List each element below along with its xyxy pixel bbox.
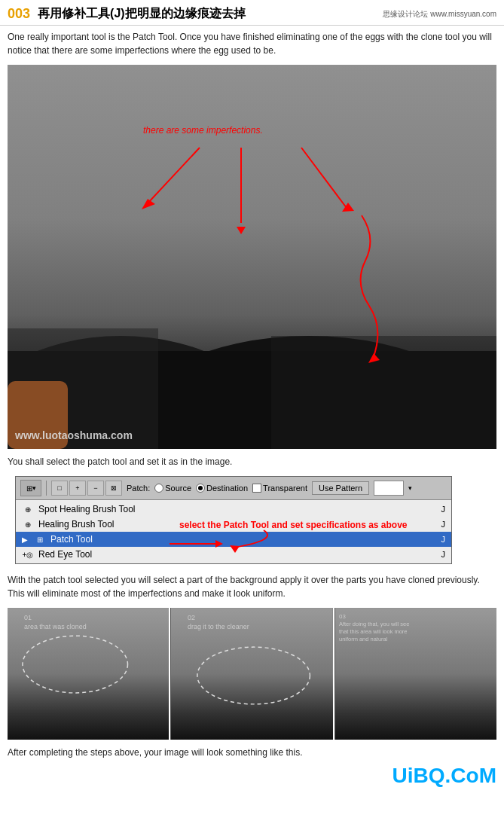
footer-text: After completing the steps above, your i… xyxy=(0,743,504,762)
patch-tool-item[interactable]: ▶ ⊞ Patch Tool J xyxy=(16,532,451,547)
icon-group: □ + − ⊠ xyxy=(51,481,122,496)
main-photo: there are some imperfections. www.luotao… xyxy=(8,65,496,449)
site-logo: 思缘设计论坛 www.missyuan.com xyxy=(383,9,496,20)
selection-marker: ▶ xyxy=(22,536,28,544)
svg-text:that this area will look more: that this area will look more xyxy=(339,628,408,635)
healing-brush-label: Healing Brush Tool xyxy=(38,519,115,529)
destination-label: Destination xyxy=(206,484,248,493)
pattern-swatch xyxy=(374,481,404,496)
patch-label: Patch: xyxy=(127,484,150,493)
svg-line-11 xyxy=(301,148,347,208)
svg-text:drag it to the cleaner: drag it to the cleaner xyxy=(188,623,249,630)
source-label: Source xyxy=(165,484,191,493)
watermark: www.luotaoshuma.com xyxy=(15,429,133,441)
tool-list: ⊕ Spot Healing Brush Tool J ⊕ Healing Br… xyxy=(16,500,451,563)
svg-marker-13 xyxy=(368,353,380,363)
svg-text:03: 03 xyxy=(339,613,346,620)
dropdown-arrow-icon[interactable]: ▾ xyxy=(32,484,36,492)
tool-panel-wrapper: ⊞ ▾ □ + − ⊠ Patch: Source xyxy=(8,476,444,564)
svg-text:area that was cloned: area that was cloned xyxy=(24,623,87,630)
btn-new[interactable]: □ xyxy=(51,481,68,496)
healing-brush-tool-item[interactable]: ⊕ Healing Brush Tool J xyxy=(16,517,451,532)
pattern-dropdown-icon[interactable]: ▾ xyxy=(408,484,412,492)
btn-subtract[interactable]: − xyxy=(87,481,104,496)
use-pattern-button[interactable]: Use Pattern xyxy=(312,481,369,495)
caption-text: You shall select the patch tool and set … xyxy=(0,452,504,472)
patch-tool-icon: ⊞ xyxy=(34,533,46,545)
btn-add[interactable]: + xyxy=(69,481,86,496)
tool-options-bar: ⊞ ▾ □ + − ⊠ Patch: Source xyxy=(16,477,451,500)
red-eye-icon: +◎ xyxy=(22,548,34,560)
source-radio-dot[interactable] xyxy=(154,484,163,493)
step-01-svg: 01 area that was cloned xyxy=(8,608,169,740)
bottom-watermark: UiBQ.CoM xyxy=(0,762,504,791)
svg-marker-10 xyxy=(237,227,246,234)
step-02-svg: 02 drag it to the cleaner xyxy=(171,608,332,740)
svg-marker-8 xyxy=(142,199,155,209)
svg-text:After doing that, you will see: After doing that, you will see xyxy=(339,621,409,627)
btn-intersect[interactable]: ⊠ xyxy=(105,481,122,496)
step-03-image: 03 After doing that, you will see that t… xyxy=(335,608,496,740)
step-number: 003 xyxy=(8,6,30,22)
healing-brush-icon: ⊕ xyxy=(22,518,34,530)
patch-tool-label: Patch Tool xyxy=(50,534,93,545)
destination-radio-dot[interactable] xyxy=(196,484,205,493)
svg-text:01: 01 xyxy=(24,614,32,621)
transparent-checkbox[interactable]: Transparent xyxy=(252,484,307,493)
step-01-image: 01 area that was cloned xyxy=(8,608,170,740)
svg-text:02: 02 xyxy=(188,614,195,621)
red-eye-tool-item[interactable]: +◎ Red Eye Tool J xyxy=(16,547,451,562)
transparent-checkbox-box[interactable] xyxy=(252,484,261,493)
healing-brush-shortcut: J xyxy=(441,520,446,529)
page-container: 003 再用修补工具(J)把明显的边缘痕迹去掉 思缘设计论坛 www.missy… xyxy=(0,0,504,791)
red-eye-label: Red Eye Tool xyxy=(38,549,92,560)
header: 003 再用修补工具(J)把明显的边缘痕迹去掉 思缘设计论坛 www.missy… xyxy=(0,0,504,26)
svg-line-7 xyxy=(147,148,200,204)
patch-tool-description: With the patch tool selected you will se… xyxy=(0,569,504,605)
annotation-arrows xyxy=(8,65,496,449)
tool-icon[interactable]: ⊞ ▾ xyxy=(20,480,41,496)
patch-tool-shortcut: J xyxy=(441,535,446,544)
spot-healing-brush-tool-item[interactable]: ⊕ Spot Healing Brush Tool J xyxy=(16,502,451,517)
svg-text:uniform and natural: uniform and natural xyxy=(339,636,388,642)
source-radio[interactable]: Source xyxy=(154,484,191,493)
spot-healing-shortcut: J xyxy=(441,505,446,514)
bottom-logo: UiBQ.CoM xyxy=(393,764,496,788)
step-02-image: 02 drag it to the cleaner xyxy=(171,608,334,740)
destination-radio[interactable]: Destination xyxy=(196,484,248,493)
transparent-label: Transparent xyxy=(263,484,307,493)
spot-healing-brush-icon: ⊕ xyxy=(22,503,34,515)
header-left: 003 再用修补工具(J)把明显的边缘痕迹去掉 xyxy=(8,6,246,22)
red-eye-shortcut: J xyxy=(441,550,446,559)
patch-icon: ⊞ xyxy=(26,484,32,493)
intro-text: One really important tool is the Patch T… xyxy=(0,26,504,62)
spot-healing-brush-label: Spot Healing Brush Tool xyxy=(38,504,136,514)
step-03-svg: 03 After doing that, you will see that t… xyxy=(335,608,496,740)
steps-images-row: 01 area that was cloned 02 d xyxy=(8,608,496,740)
page-title: 再用修补工具(J)把明显的边缘痕迹去掉 xyxy=(38,6,246,22)
tool-panel: ⊞ ▾ □ + − ⊠ Patch: Source xyxy=(15,476,452,564)
divider xyxy=(46,481,47,496)
